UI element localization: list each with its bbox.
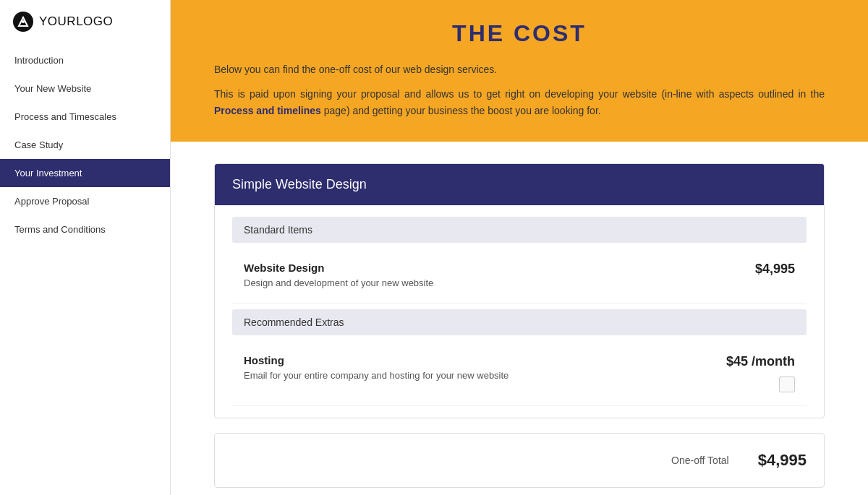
recommended-extras-header: Recommended Extras — [232, 309, 807, 335]
hosting-checkbox[interactable] — [779, 376, 795, 392]
line-item-price-website-design: $4,995 — [755, 262, 795, 277]
line-item-price-hosting: $45 /month — [726, 354, 795, 369]
svg-point-1 — [22, 20, 25, 23]
header-body-prefix: This is paid upon signing your proposal … — [214, 88, 825, 100]
card-title: Simple Website Design — [232, 177, 367, 191]
line-item-name-hosting: Hosting — [244, 354, 712, 366]
line-item-desc-website-design: Design and development of your new websi… — [244, 277, 741, 290]
header-body: This is paid upon signing your proposal … — [214, 86, 825, 119]
pricing-card: Simple Website Design Standard Items Web… — [214, 163, 825, 418]
page-title: THE COST — [214, 20, 825, 47]
line-item-hosting: Hosting Email for your entire company an… — [232, 341, 807, 406]
card-header: Simple Website Design — [215, 164, 824, 205]
line-item-desc-hosting: Email for your entire company and hostin… — [244, 369, 712, 382]
sidebar-item-your-new-website[interactable]: Your New Website — [0, 74, 170, 103]
line-item-right-hosting: $45 /month — [712, 354, 795, 392]
sidebar: YOURLOGO Introduction Your New Website P… — [0, 0, 171, 495]
line-item-info-hosting: Hosting Email for your entire company an… — [244, 354, 712, 382]
header-banner: THE COST Below you can find the one-off … — [171, 0, 868, 142]
line-item-name-website-design: Website Design — [244, 262, 741, 274]
total-card: One-off Total $4,995 — [214, 433, 825, 488]
header-intro: Below you can find the one-off cost of o… — [214, 61, 825, 77]
standard-items-header: Standard Items — [232, 217, 807, 243]
total-amount: $4,995 — [758, 451, 807, 470]
line-item-info-website-design: Website Design Design and development of… — [244, 262, 741, 290]
sidebar-item-approve-proposal[interactable]: Approve Proposal — [0, 187, 170, 215]
logo-text: YOURLOGO — [39, 14, 113, 29]
sidebar-item-case-study[interactable]: Case Study — [0, 131, 170, 159]
header-body-link: Process and timelines — [214, 105, 321, 116]
main-content: THE COST Below you can find the one-off … — [171, 0, 868, 495]
logo-icon — [13, 12, 33, 32]
sidebar-item-terms-conditions[interactable]: Terms and Conditions — [0, 215, 170, 244]
header-body-suffix: page) and getting your business the boos… — [321, 105, 601, 116]
card-body: Standard Items Website Design Design and… — [215, 205, 824, 418]
sidebar-nav: Introduction Your New Website Process an… — [0, 46, 170, 244]
sidebar-item-your-investment[interactable]: Your Investment — [0, 159, 170, 187]
logo-area: YOURLOGO — [0, 0, 170, 46]
content-area: Simple Website Design Standard Items Web… — [171, 142, 868, 495]
line-item-website-design: Website Design Design and development of… — [232, 249, 807, 304]
sidebar-item-process-timescales[interactable]: Process and Timescales — [0, 103, 170, 131]
sidebar-item-introduction[interactable]: Introduction — [0, 46, 170, 74]
total-label: One-off Total — [671, 455, 729, 466]
